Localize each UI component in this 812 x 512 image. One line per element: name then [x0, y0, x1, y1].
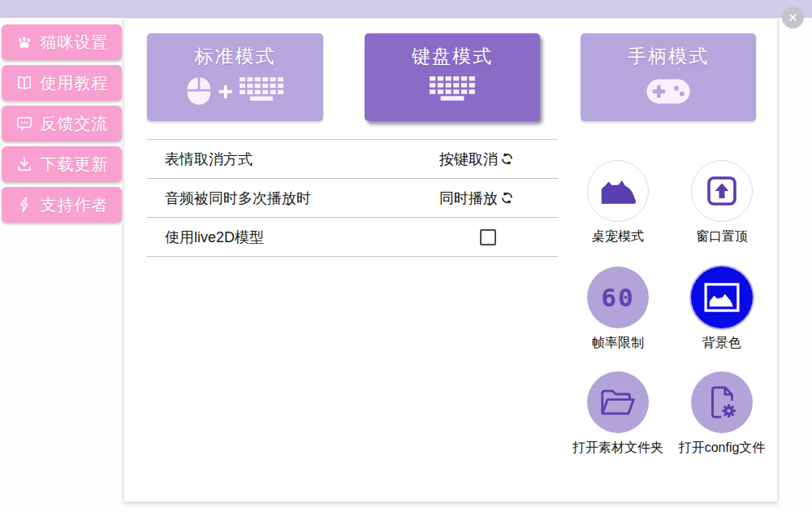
setting-label: 表情取消方式 — [147, 150, 253, 169]
setting-label: 音频被同时多次播放时 — [147, 189, 311, 208]
sidebar-item-support-author[interactable]: 支持作者 — [2, 187, 122, 223]
live2d-checkbox[interactable] — [480, 229, 496, 245]
download-icon — [15, 155, 33, 173]
shortcut-open-assets-folder: 打开素材文件夹 — [564, 371, 672, 457]
mode-standard-label: 标准模式 — [195, 44, 276, 69]
plus-icon: + — [218, 79, 233, 103]
mode-keyboard-icons — [430, 76, 475, 106]
fps-limit-button[interactable]: 60 — [587, 267, 649, 328]
cycle-icon — [500, 152, 514, 166]
mode-gamepad-icons — [646, 76, 691, 106]
sidebar-item-label: 猫咪设置 — [41, 32, 109, 54]
sidebar-item-update[interactable]: 下载更新 — [2, 146, 122, 182]
keyboard-icon — [430, 76, 475, 106]
sidebar: 猫咪设置 使用教程 反馈交流 下载更新 — [2, 24, 122, 228]
expression-cancel-cycle-selector[interactable]: 按键取消 — [439, 150, 514, 169]
setting-value: 按键取消 — [439, 150, 498, 169]
setting-label: 使用live2D模型 — [147, 228, 264, 247]
sidebar-item-label: 支持作者 — [41, 194, 109, 216]
sidebar-item-tutorial[interactable]: 使用教程 — [2, 65, 122, 101]
settings-panel: 标准模式 + 键盘模式 — [123, 18, 778, 502]
shortcut-background-color: 背景色 — [667, 267, 776, 352]
shortcut-label: 打开素材文件夹 — [564, 440, 672, 457]
cycle-icon — [500, 191, 514, 205]
shortcut-window-on-top: 窗口置顶 — [667, 160, 776, 245]
fps-value: 60 — [601, 283, 634, 312]
cat-silhouette-icon — [598, 176, 637, 206]
settings-list: 表情取消方式 按键取消 音频被同时多次播放时 同时播 — [147, 139, 558, 257]
paw-icon — [15, 33, 33, 51]
shortcut-fps-limit: 60 帧率限制 — [564, 267, 672, 352]
shortcut-label: 打开config文件 — [667, 440, 776, 457]
open-assets-folder-button[interactable] — [587, 371, 649, 433]
setting-row-expression-cancel: 表情取消方式 按键取消 — [147, 140, 558, 179]
lightning-icon — [15, 196, 33, 214]
shortcut-label: 背景色 — [667, 335, 776, 352]
title-bar[interactable] — [0, 0, 812, 18]
shortcut-label: 帧率限制 — [564, 335, 672, 352]
sidebar-item-label: 使用教程 — [41, 72, 109, 94]
desktop-pet-button[interactable] — [587, 160, 649, 222]
shortcut-label: 桌宠模式 — [564, 228, 672, 245]
mode-gamepad-button[interactable]: 手柄模式 — [581, 33, 756, 121]
sidebar-item-label: 反馈交流 — [41, 113, 109, 135]
close-button[interactable]: ✕ — [782, 7, 804, 28]
sidebar-item-label: 下载更新 — [41, 154, 109, 176]
setting-row-live2d: 使用live2D模型 — [147, 218, 558, 257]
chat-bubble-icon — [15, 115, 33, 132]
mode-standard-icons: + — [187, 76, 283, 106]
audio-overlap-cycle-selector[interactable]: 同时播放 — [439, 189, 514, 208]
pin-to-top-icon — [706, 175, 738, 207]
shortcut-open-config-file: 打开config文件 — [667, 371, 776, 457]
mouse-icon — [187, 76, 211, 106]
window-on-top-button[interactable] — [691, 160, 753, 222]
keyboard-icon — [240, 77, 283, 106]
setting-value: 同时播放 — [439, 189, 498, 208]
mode-keyboard-button[interactable]: 键盘模式 — [365, 33, 540, 121]
setting-row-audio-overlap: 音频被同时多次播放时 同时播放 — [147, 179, 558, 218]
open-folder-icon — [599, 388, 637, 418]
background-image-icon — [704, 283, 740, 312]
close-icon: ✕ — [788, 11, 798, 25]
file-gear-icon — [706, 384, 738, 420]
app-window: ✕ 猫咪设置 使用教程 反馈交流 — [0, 0, 812, 512]
mode-standard-button[interactable]: 标准模式 + — [147, 33, 323, 121]
sidebar-item-feedback[interactable]: 反馈交流 — [2, 106, 122, 141]
gamepad-icon — [646, 76, 691, 106]
shortcut-desktop-pet: 桌宠模式 — [564, 160, 672, 245]
sidebar-item-cat-settings[interactable]: 猫咪设置 — [2, 24, 122, 60]
mode-gamepad-label: 手柄模式 — [628, 44, 709, 69]
open-config-file-button[interactable] — [691, 371, 753, 433]
mode-keyboard-label: 键盘模式 — [412, 44, 493, 69]
background-color-button[interactable] — [691, 267, 753, 328]
shortcut-label: 窗口置顶 — [667, 228, 776, 245]
book-icon — [15, 74, 33, 92]
